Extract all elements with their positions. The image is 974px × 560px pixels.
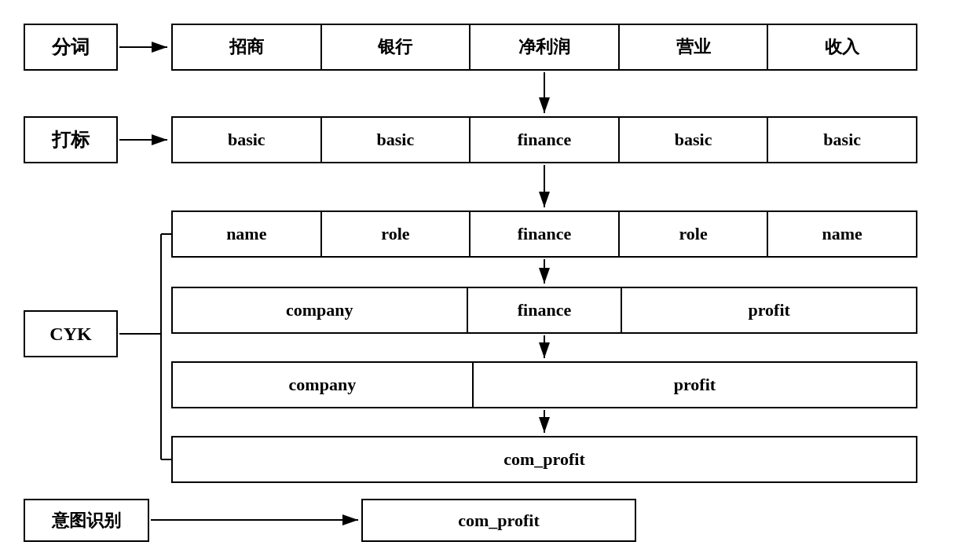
tag-basic-2: basic [322,118,471,162]
cell-shouru: 收入 [768,25,916,69]
row4-cells: company finance profit [171,287,917,334]
tag-finance: finance [471,118,620,162]
tag-basic-3: basic [620,118,769,162]
r5-profit: profit [474,363,916,407]
r3-name-1: name [173,212,322,256]
row6-cells: com_profit [171,436,917,483]
r3-name-2: name [768,212,916,256]
r6-com-profit: com_profit [173,437,916,481]
row3-cells: name role finance role name [171,210,917,258]
yitu-result: com_profit [361,499,636,542]
cyk-label: CYK [24,310,118,357]
r3-role-2: role [620,212,769,256]
fenCI-cells: 招商 银行 净利润 营业 收入 [171,24,917,71]
r4-finance: finance [468,288,623,332]
tag-basic-1: basic [173,118,322,162]
diagram: 分词 招商 银行 净利润 营业 收入 打标 basic basic financ… [0,0,974,560]
tag-basic-4: basic [768,118,916,162]
r5-company: company [173,363,474,407]
cell-zhaoshang: 招商 [173,25,322,69]
cell-jinlirun: 净利润 [471,25,620,69]
yitu-label: 意图识别 [24,499,149,542]
r3-finance: finance [471,212,620,256]
row5-cells: company profit [171,361,917,408]
yitu-com-profit: com_profit [363,500,635,540]
daBiao-cells: basic basic finance basic basic [171,116,917,163]
r4-company: company [173,288,468,332]
fenCI-label: 分词 [24,24,118,71]
r4-profit: profit [622,288,916,332]
daBiao-label: 打标 [24,116,118,163]
cell-yingye: 营业 [620,25,769,69]
r3-role-1: role [322,212,471,256]
cell-yinhang: 银行 [322,25,471,69]
